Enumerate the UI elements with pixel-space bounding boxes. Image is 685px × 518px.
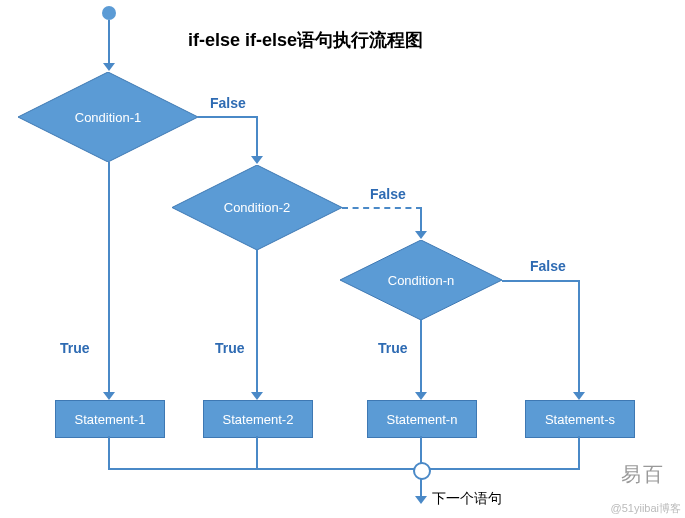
arrow-down-icon	[415, 392, 427, 400]
connector	[256, 250, 258, 394]
merge-node	[413, 462, 431, 480]
connector	[420, 478, 422, 498]
connector	[108, 436, 110, 470]
arrow-down-icon	[251, 392, 263, 400]
arrow-down-icon	[103, 392, 115, 400]
brand-watermark: 易百	[621, 461, 665, 488]
flowchart-canvas: if-else if-else语句执行流程图 Condition-1 False…	[0, 0, 685, 518]
statement-s-node: Statement-s	[525, 400, 635, 438]
statement-2-node: Statement-2	[203, 400, 313, 438]
arrow-down-icon	[415, 231, 427, 239]
statement-1-node: Statement-1	[55, 400, 165, 438]
condition-1-node: Condition-1	[18, 72, 198, 162]
condition-2-label: Condition-2	[224, 200, 291, 215]
connector-dashed	[342, 207, 422, 209]
connector	[108, 162, 110, 394]
next-statement-label: 下一个语句	[432, 490, 502, 508]
true-label: True	[215, 340, 245, 356]
diagram-title: if-else if-else语句执行流程图	[188, 28, 423, 52]
true-label: True	[378, 340, 408, 356]
false-label: False	[210, 95, 246, 111]
condition-2-node: Condition-2	[172, 165, 342, 250]
url-watermark: @51yiibai博客	[611, 501, 681, 516]
connector	[578, 436, 580, 470]
arrow-down-icon	[103, 63, 115, 71]
false-label: False	[370, 186, 406, 202]
start-node	[102, 6, 116, 20]
true-label: True	[60, 340, 90, 356]
connector	[198, 116, 258, 118]
condition-1-label: Condition-1	[75, 110, 142, 125]
connector	[108, 468, 580, 470]
arrow-down-icon	[251, 156, 263, 164]
arrow-down-icon	[415, 496, 427, 504]
connector	[420, 207, 422, 233]
connector	[502, 280, 580, 282]
false-label: False	[530, 258, 566, 274]
connector	[578, 280, 580, 394]
connector	[256, 436, 258, 470]
arrow-down-icon	[573, 392, 585, 400]
statement-n-node: Statement-n	[367, 400, 477, 438]
connector	[420, 320, 422, 394]
connector	[108, 20, 110, 65]
condition-n-label: Condition-n	[388, 273, 455, 288]
condition-n-node: Condition-n	[340, 240, 502, 320]
connector	[256, 116, 258, 158]
